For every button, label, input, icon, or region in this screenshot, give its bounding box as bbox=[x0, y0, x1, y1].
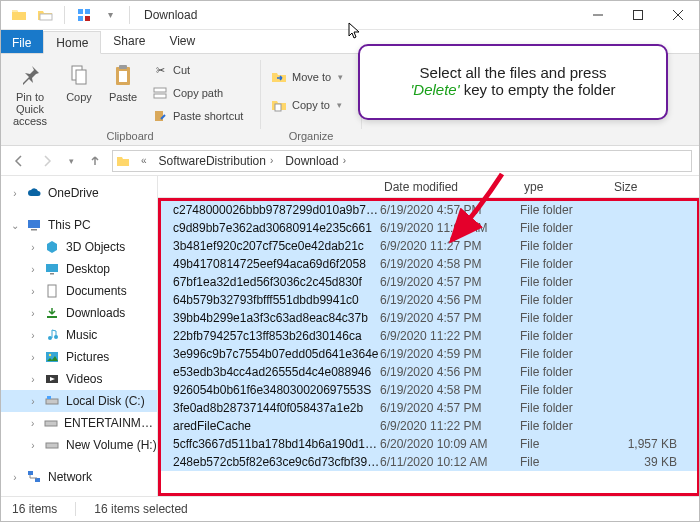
table-row[interactable]: 3b481ef920c207cf75ce0e42dab21c6/9/2020 1… bbox=[161, 237, 697, 255]
table-row[interactable]: 248eb572cb5f82e63ce9c6d73cfbf39b10...6/1… bbox=[161, 453, 697, 471]
table-row[interactable]: 39bb4b299e1a3f3c63ad8eac84c37b6/19/2020 … bbox=[161, 309, 697, 327]
group-label-organize: Organize bbox=[267, 128, 355, 145]
file-list[interactable]: c2748000026bbb9787299d010a9b725a6/19/202… bbox=[158, 198, 700, 496]
tab-share[interactable]: Share bbox=[101, 30, 157, 53]
copy-button[interactable]: Copy bbox=[60, 58, 98, 103]
table-row[interactable]: 926054b0b61f6e348030020697553S6/19/2020 … bbox=[161, 381, 697, 399]
annotation-arrow bbox=[430, 168, 520, 258]
tab-view[interactable]: View bbox=[157, 30, 207, 53]
svg-rect-16 bbox=[31, 229, 37, 231]
nav-entertainment[interactable]: ›ENTERTAINMENT bbox=[0, 412, 157, 434]
cell-name: 248eb572cb5f82e63ce9c6d73cfbf39b10... bbox=[169, 455, 380, 469]
svg-point-21 bbox=[48, 336, 52, 340]
nav-desktop[interactable]: ›Desktop bbox=[0, 258, 157, 280]
annotation-callout: Select all the files and press 'Delete' … bbox=[358, 44, 668, 120]
nav-music[interactable]: ›Music bbox=[0, 324, 157, 346]
copy-path-button[interactable]: Copy path bbox=[148, 83, 247, 103]
recent-button[interactable]: ▾ bbox=[64, 150, 78, 172]
group-label-clipboard: Clipboard bbox=[6, 128, 254, 145]
nav-thispc[interactable]: ⌄This PC bbox=[0, 214, 157, 236]
cell-type: File folder bbox=[520, 329, 610, 343]
nav-onedrive[interactable]: ›OneDrive bbox=[0, 182, 157, 204]
table-row[interactable]: 49b4170814725eef94aca69d6f20586/19/2020 … bbox=[161, 255, 697, 273]
col-header-type[interactable]: ype bbox=[524, 180, 614, 194]
qa-open-icon[interactable] bbox=[34, 4, 56, 26]
objects3d-icon bbox=[44, 239, 60, 255]
nav-localdisk[interactable]: ›Local Disk (C:) bbox=[0, 390, 157, 412]
cell-type: File folder bbox=[520, 203, 610, 217]
cell-date: 6/20/2020 10:09 AM bbox=[380, 437, 520, 451]
table-row[interactable]: aredFileCache6/9/2020 11:22 PMFile folde… bbox=[161, 417, 697, 435]
svg-rect-2 bbox=[85, 9, 90, 14]
cell-date: 6/19/2020 4:56 PM bbox=[380, 365, 520, 379]
downloads-icon bbox=[44, 305, 60, 321]
close-button[interactable] bbox=[658, 0, 698, 30]
table-row[interactable]: 22bfb794257c13ff853b26d30146ca6/9/2020 1… bbox=[161, 327, 697, 345]
drive-icon bbox=[43, 415, 58, 431]
nav-newvolume[interactable]: ›New Volume (H:) bbox=[0, 434, 157, 456]
cell-type: File folder bbox=[520, 365, 610, 379]
svg-rect-12 bbox=[154, 94, 166, 98]
maximize-button[interactable] bbox=[618, 0, 658, 30]
move-to-button[interactable]: Move to▾ bbox=[267, 66, 347, 88]
nav-downloads[interactable]: ›Downloads bbox=[0, 302, 157, 324]
cell-type: File bbox=[520, 437, 610, 451]
copy-to-icon bbox=[271, 97, 287, 113]
nav-network[interactable]: ›Network bbox=[0, 466, 157, 488]
qa-customize-icon[interactable]: ▾ bbox=[99, 4, 121, 26]
table-row[interactable]: e53edb3b4cc4ad26555d4c4e0889466/19/2020 … bbox=[161, 363, 697, 381]
up-button[interactable] bbox=[84, 150, 106, 172]
cell-name: c9d89bb7e362ad30680914e235c661 bbox=[169, 221, 380, 235]
table-row[interactable]: 3e996c9b7c7554b07edd05d641e364e6/19/2020… bbox=[161, 345, 697, 363]
cell-type: File folder bbox=[520, 401, 610, 415]
table-row[interactable]: c9d89bb7e362ad30680914e235c6616/19/2020 … bbox=[161, 219, 697, 237]
tab-home[interactable]: Home bbox=[43, 31, 101, 54]
table-row[interactable]: c2748000026bbb9787299d010a9b725a6/19/202… bbox=[161, 201, 697, 219]
table-row[interactable]: 64b579b32793fbfff551dbdb9941c06/19/2020 … bbox=[161, 291, 697, 309]
table-row[interactable]: 5cffc3667d511ba178bd14b6a190d1c74...6/20… bbox=[161, 435, 697, 453]
nav-documents[interactable]: ›Documents bbox=[0, 280, 157, 302]
table-row[interactable]: 3fe0ad8b28737144f0f058437a1e2b6/19/2020 … bbox=[161, 399, 697, 417]
main-area: ›OneDrive ⌄This PC ›3D Objects ›Desktop … bbox=[0, 176, 700, 496]
table-row[interactable]: 67bf1ea32d1ed56f3036c2c45d830f6/19/2020 … bbox=[161, 273, 697, 291]
cell-type: File bbox=[520, 455, 610, 469]
tab-file[interactable]: File bbox=[0, 30, 43, 53]
paste-shortcut-icon bbox=[152, 108, 168, 124]
svg-rect-14 bbox=[275, 104, 281, 111]
navigation-pane[interactable]: ›OneDrive ⌄This PC ›3D Objects ›Desktop … bbox=[0, 176, 158, 496]
cut-button[interactable]: ✂Cut bbox=[148, 60, 247, 80]
svg-rect-29 bbox=[46, 443, 58, 448]
svg-rect-20 bbox=[47, 316, 57, 318]
breadcrumb-seg-1[interactable]: SoftwareDistribution› bbox=[155, 151, 282, 171]
paste-button[interactable]: Paste bbox=[104, 58, 142, 103]
col-header-size[interactable]: Size bbox=[614, 180, 700, 194]
copy-to-button[interactable]: Copy to▾ bbox=[267, 94, 346, 116]
qa-properties-icon[interactable] bbox=[73, 4, 95, 26]
back-button[interactable] bbox=[8, 150, 30, 172]
nav-3dobjects[interactable]: ›3D Objects bbox=[0, 236, 157, 258]
cell-name: 3fe0ad8b28737144f0f058437a1e2b bbox=[169, 401, 380, 415]
nav-videos[interactable]: ›Videos bbox=[0, 368, 157, 390]
pin-quick-access-button[interactable]: Pin to Quick access bbox=[6, 58, 54, 127]
cell-date: 6/9/2020 11:22 PM bbox=[380, 419, 520, 433]
cell-date: 6/19/2020 4:57 PM bbox=[380, 311, 520, 325]
cell-name: 64b579b32793fbfff551dbdb9941c0 bbox=[169, 293, 380, 307]
forward-button[interactable] bbox=[36, 150, 58, 172]
paste-shortcut-button[interactable]: Paste shortcut bbox=[148, 106, 247, 126]
breadcrumb-seg-2[interactable]: Download› bbox=[281, 151, 354, 171]
documents-icon bbox=[44, 283, 60, 299]
svg-rect-31 bbox=[35, 478, 40, 482]
svg-rect-15 bbox=[28, 220, 40, 228]
svg-point-22 bbox=[54, 335, 58, 339]
nav-pictures[interactable]: ›Pictures bbox=[0, 346, 157, 368]
pictures-icon bbox=[44, 349, 60, 365]
address-root-icon[interactable] bbox=[113, 154, 133, 168]
copy-path-icon bbox=[152, 85, 168, 101]
cell-name: 39bb4b299e1a3f3c63ad8eac84c37b bbox=[169, 311, 380, 325]
address-bar[interactable]: « SoftwareDistribution› Download› bbox=[112, 150, 692, 172]
cell-name: c2748000026bbb9787299d010a9b725a bbox=[169, 203, 380, 217]
cell-name: 49b4170814725eef94aca69d6f2058 bbox=[169, 257, 380, 271]
paste-icon bbox=[109, 61, 137, 89]
column-headers[interactable]: Date modified ype Size bbox=[158, 176, 700, 198]
minimize-button[interactable] bbox=[578, 0, 618, 30]
